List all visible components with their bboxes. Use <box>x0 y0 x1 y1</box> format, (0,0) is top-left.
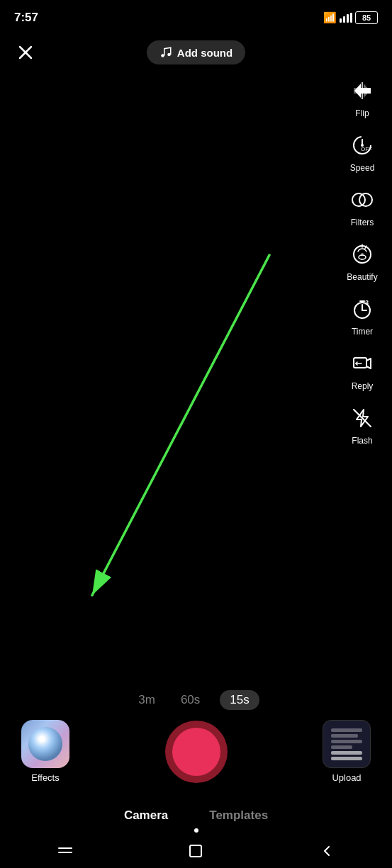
music-icon <box>159 46 172 59</box>
flip-icon <box>347 75 378 106</box>
beautify-button[interactable]: Beautify <box>340 235 385 286</box>
effects-label: Effects <box>31 772 60 783</box>
flash-label: Flash <box>352 436 372 446</box>
right-toolbar: Flip OFF Speed Filters <box>340 71 385 450</box>
svg-rect-2 <box>347 14 349 23</box>
svg-rect-0 <box>340 18 342 23</box>
timer-button[interactable]: 3 Timer <box>340 289 385 341</box>
close-button[interactable] <box>11 38 40 67</box>
svg-rect-22 <box>354 358 366 368</box>
svg-rect-3 <box>350 13 352 23</box>
duration-row: 3m 60s 15s <box>0 690 392 710</box>
flash-button[interactable]: Flash <box>340 398 385 450</box>
nav-home-icon[interactable] <box>183 838 208 864</box>
svg-point-17 <box>361 253 364 256</box>
flash-icon <box>347 402 378 434</box>
svg-line-26 <box>92 255 269 595</box>
upload-button[interactable]: Upload <box>323 720 371 783</box>
signal-icon <box>340 13 352 23</box>
status-time: 7:57 <box>14 11 38 25</box>
tab-indicator <box>194 828 198 833</box>
effects-icon <box>21 720 69 768</box>
wifi-icon: 📶 <box>323 11 337 24</box>
arrow-overlay <box>57 248 298 645</box>
svg-point-7 <box>167 53 171 57</box>
nav-menu-icon[interactable] <box>52 838 78 864</box>
add-sound-label: Add sound <box>177 47 233 59</box>
effects-icon-inner <box>28 727 62 761</box>
upload-line-3 <box>331 740 362 743</box>
battery-indicator: 85 <box>355 11 378 24</box>
add-sound-button[interactable]: Add sound <box>147 40 245 64</box>
timer-label: Timer <box>352 327 373 337</box>
filters-icon <box>347 184 378 215</box>
svg-text:OFF: OFF <box>361 146 372 152</box>
top-controls: Add sound <box>0 38 392 67</box>
duration-60s[interactable]: 60s <box>175 690 206 710</box>
timer-icon: 3 <box>347 293 378 325</box>
reply-icon <box>347 348 378 379</box>
duration-15s[interactable]: 15s <box>220 690 259 710</box>
speed-icon: OFF <box>347 130 378 161</box>
reply-label: Reply <box>352 381 374 391</box>
reply-button[interactable]: Reply <box>340 344 385 395</box>
bottom-tabs: Camera Templates <box>0 806 392 825</box>
tab-templates[interactable]: Templates <box>206 806 271 825</box>
duration-3m[interactable]: 3m <box>133 690 161 710</box>
speed-button[interactable]: OFF Speed <box>340 125 385 177</box>
svg-rect-29 <box>190 845 201 857</box>
filters-button[interactable]: Filters <box>340 180 385 232</box>
beautify-label: Beautify <box>347 272 377 282</box>
record-button-inner <box>172 728 220 776</box>
upload-line-5 <box>331 751 362 755</box>
upload-label: Upload <box>332 772 361 783</box>
speed-label: Speed <box>350 163 375 173</box>
nav-back-icon[interactable] <box>314 838 340 864</box>
svg-text:3: 3 <box>365 299 369 306</box>
nav-bar <box>0 834 392 868</box>
upload-line-2 <box>331 734 358 738</box>
effects-button[interactable]: Effects <box>21 720 69 783</box>
upload-line-1 <box>331 728 362 732</box>
upload-line-6 <box>331 757 362 760</box>
tab-camera[interactable]: Camera <box>121 806 171 825</box>
beautify-icon <box>347 239 378 270</box>
flip-label: Flip <box>355 108 369 118</box>
filters-label: Filters <box>351 218 374 227</box>
flip-button[interactable]: Flip <box>340 71 385 123</box>
record-button[interactable] <box>165 721 228 783</box>
bottom-section: 3m 60s 15s Effects <box>0 690 392 783</box>
status-icons: 📶 85 <box>323 11 378 24</box>
status-bar: 7:57 📶 85 <box>0 0 392 31</box>
svg-rect-1 <box>343 16 345 23</box>
upload-line-4 <box>331 745 352 749</box>
camera-controls: Effects Upload <box>0 720 392 783</box>
upload-icon-lines <box>325 723 368 766</box>
svg-point-6 <box>161 54 164 57</box>
upload-icon <box>323 720 371 768</box>
